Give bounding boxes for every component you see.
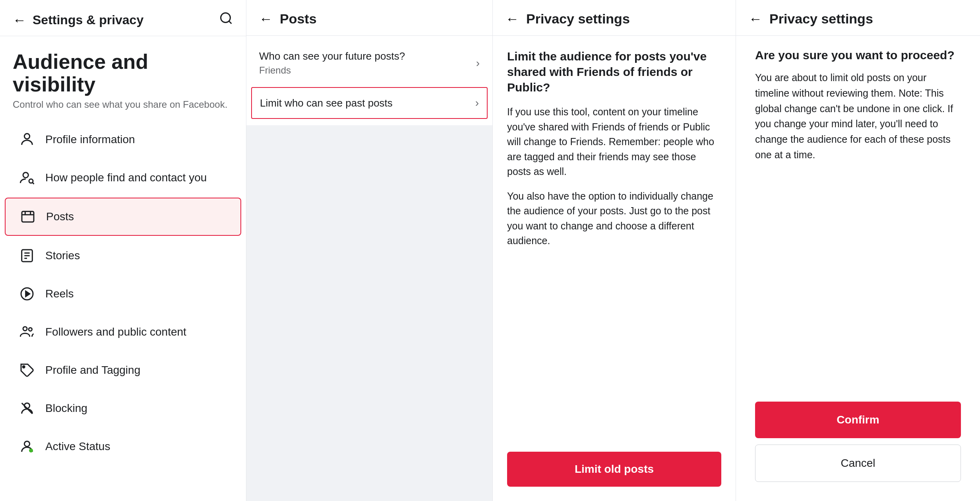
- sidebar-item-followers[interactable]: Followers and public content: [5, 314, 241, 350]
- limit-old-posts-button[interactable]: Limit old posts: [507, 452, 721, 487]
- privacy-panel-title: Privacy settings: [526, 11, 630, 27]
- svg-point-4: [29, 179, 33, 183]
- sidebar-item-label-reels: Reels: [45, 287, 74, 300]
- sidebar-item-profile-info[interactable]: Profile information: [5, 121, 241, 158]
- stories-icon: [17, 246, 37, 265]
- sidebar-panel: ← Settings & privacy Audience and visibi…: [0, 0, 246, 501]
- privacy-body-text-2: You also have the option to individually…: [507, 189, 721, 249]
- posts-panel: ← Posts Who can see your future posts? F…: [246, 0, 493, 501]
- svg-line-1: [229, 21, 232, 24]
- confirm-back-button[interactable]: ←: [749, 11, 762, 27]
- sidebar-header-left: ← Settings & privacy: [13, 12, 143, 28]
- posts-item-future-content: Who can see your future posts? Friends: [259, 50, 405, 76]
- svg-point-17: [29, 328, 32, 331]
- blocking-icon: [17, 399, 37, 418]
- main-title: Audience and visibility: [13, 50, 233, 96]
- svg-point-22: [29, 449, 33, 452]
- privacy-panel-header: ← Privacy settings: [493, 0, 736, 36]
- sidebar-item-label-profile-tagging: Profile and Tagging: [45, 364, 140, 377]
- chevron-right-limit-icon: ›: [475, 97, 479, 109]
- sidebar-item-label-stories: Stories: [45, 249, 80, 262]
- posts-icon: [18, 207, 37, 226]
- svg-point-3: [23, 173, 28, 178]
- posts-item-future-subtitle: Friends: [259, 65, 405, 76]
- sidebar-item-label-active-status: Active Status: [45, 440, 110, 453]
- sidebar-item-blocking[interactable]: Blocking: [5, 390, 241, 427]
- svg-point-16: [23, 327, 27, 331]
- confirm-body-text: You are about to limit old posts on your…: [755, 70, 961, 163]
- cancel-button[interactable]: Cancel: [755, 445, 961, 482]
- followers-icon: [17, 322, 37, 342]
- sidebar-item-reels[interactable]: Reels: [5, 276, 241, 312]
- privacy-panel: ← Privacy settings Limit the audience fo…: [493, 0, 736, 501]
- confirm-panel-header: ← Privacy settings: [736, 0, 980, 36]
- posts-item-limit-title: Limit who can see past posts: [260, 97, 393, 109]
- privacy-back-button[interactable]: ←: [505, 11, 519, 27]
- posts-panel-header: ← Posts: [246, 0, 492, 36]
- confirm-panel-title: Privacy settings: [769, 11, 873, 27]
- main-subtitle: Control who can see what you share on Fa…: [13, 99, 233, 110]
- svg-line-5: [33, 183, 34, 184]
- svg-point-2: [24, 134, 29, 139]
- posts-item-future-title: Who can see your future posts?: [259, 50, 405, 62]
- sidebar-item-label-profile-info: Profile information: [45, 133, 135, 146]
- posts-item-future[interactable]: Who can see your future posts? Friends ›: [246, 41, 492, 85]
- sidebar-nav: Profile information How people find and …: [0, 113, 246, 473]
- sidebar-header: ← Settings & privacy: [0, 0, 246, 36]
- sidebar-back-button[interactable]: ←: [13, 12, 26, 28]
- posts-item-limit-content: Limit who can see past posts: [260, 97, 393, 109]
- confirm-footer: Confirm Cancel: [736, 392, 980, 501]
- person-search-icon: [17, 168, 37, 187]
- audience-visibility-header: Audience and visibility Control who can …: [0, 36, 246, 113]
- privacy-panel-content: Limit the audience for posts you've shar…: [493, 36, 736, 442]
- svg-point-0: [221, 13, 230, 23]
- svg-marker-15: [26, 291, 30, 297]
- privacy-body-text-1: If you use this tool, content on your ti…: [507, 105, 721, 179]
- sidebar-item-posts[interactable]: Posts: [5, 198, 241, 236]
- sidebar-item-label-posts: Posts: [46, 210, 74, 223]
- confirm-panel-content: Are you sure you want to proceed? You ar…: [736, 36, 980, 392]
- sidebar-item-find-contact[interactable]: How people find and contact you: [5, 159, 241, 196]
- confirm-main-title: Are you sure you want to proceed?: [755, 49, 961, 62]
- sidebar-title: Settings & privacy: [33, 13, 143, 27]
- posts-list: Who can see your future posts? Friends ›…: [246, 36, 492, 125]
- reels-icon: [17, 284, 37, 303]
- svg-rect-6: [22, 212, 34, 222]
- posts-panel-title: Posts: [280, 11, 317, 27]
- posts-back-button[interactable]: ←: [259, 11, 273, 27]
- svg-point-18: [23, 366, 25, 368]
- person-icon: [17, 130, 37, 149]
- posts-item-limit-past[interactable]: Limit who can see past posts ›: [251, 87, 488, 119]
- privacy-main-title: Limit the audience for posts you've shar…: [507, 49, 721, 95]
- tag-icon: [17, 361, 37, 380]
- chevron-right-icon: ›: [476, 57, 480, 70]
- svg-point-21: [24, 441, 29, 447]
- confirm-button[interactable]: Confirm: [755, 402, 961, 438]
- sidebar-item-label-find-contact: How people find and contact you: [45, 171, 207, 184]
- sidebar-item-profile-tagging[interactable]: Profile and Tagging: [5, 352, 241, 388]
- active-status-icon: [17, 437, 37, 456]
- posts-empty-area: [246, 125, 492, 501]
- sidebar-item-stories[interactable]: Stories: [5, 237, 241, 274]
- svg-line-20: [22, 403, 33, 414]
- sidebar-item-label-blocking: Blocking: [45, 402, 87, 415]
- confirm-panel: ← Privacy settings Are you sure you want…: [736, 0, 980, 501]
- search-icon[interactable]: [219, 11, 233, 29]
- privacy-panel-footer: Limit old posts: [493, 442, 736, 501]
- sidebar-item-label-followers: Followers and public content: [45, 326, 186, 338]
- sidebar-item-active-status[interactable]: Active Status: [5, 428, 241, 465]
